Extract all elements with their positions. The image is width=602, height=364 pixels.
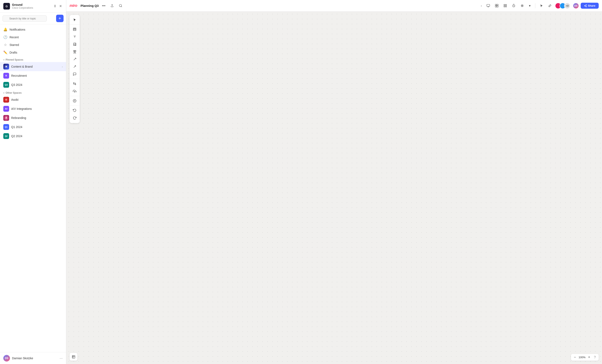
frame-tool-button[interactable] [70, 26, 79, 33]
svg-line-42 [74, 58, 75, 60]
space-item-asobi[interactable]: Asobi [0, 95, 66, 104]
magic-wand-button[interactable] [547, 3, 553, 9]
cards-button[interactable] [493, 3, 500, 9]
search-board-button[interactable] [117, 3, 124, 9]
comment-tool-button[interactable] [70, 71, 79, 78]
select-tool-button[interactable] [70, 16, 79, 23]
search-input[interactable] [2, 15, 47, 22]
svg-rect-13 [504, 4, 505, 5]
svg-line-26 [585, 6, 586, 6]
sticky-note-button[interactable] [70, 41, 79, 48]
chevron-right-icon: › [62, 65, 63, 68]
svg-line-5 [121, 6, 122, 7]
org-text: Ground Cisco Corporations [12, 3, 33, 9]
sidebar-item-starred[interactable]: ☆ Starred [0, 41, 66, 49]
svg-point-4 [119, 4, 121, 7]
shapes-tool-button[interactable] [70, 48, 79, 55]
sidebar-item-label-starred: Starred [10, 43, 19, 47]
redo-button[interactable] [70, 114, 79, 122]
svg-point-23 [586, 5, 587, 5]
miro-logo: miro [70, 3, 77, 8]
sidebar-item-notifications[interactable]: 🔔 Notifications [0, 26, 66, 33]
space-label-q3: Q3 2024 [11, 83, 22, 86]
space-label-recruitment: Recruitment [11, 74, 27, 77]
expand-collapse-button[interactable]: ⇕ [53, 4, 57, 9]
sidebar-item-drafts[interactable]: ✏️ Drafts [0, 49, 66, 56]
sidebar-footer: DS Damian Skotzke ··· [0, 352, 66, 364]
present-button[interactable] [485, 3, 492, 9]
space-label-q1: Q1 2024 [11, 125, 22, 129]
svg-rect-39 [74, 51, 75, 52]
upload-tool-button[interactable] [70, 88, 79, 95]
cursor-tool-button[interactable] [538, 3, 545, 9]
user-more-button[interactable]: ··· [60, 356, 63, 361]
more-options-button[interactable]: ••• [100, 3, 107, 9]
sidebar: G Ground Cisco Corporations ⇕ ✕ 🔍 + 🔔 No… [0, 0, 66, 364]
sidebar-item-label-drafts: Drafts [10, 51, 17, 54]
add-button[interactable]: + [56, 15, 64, 22]
close-sidebar-button[interactable]: ✕ [58, 4, 63, 9]
space-item-av-integrations[interactable]: AV A/V Integrations [0, 104, 66, 113]
zoom-out-button[interactable]: − [573, 355, 577, 360]
space-label-content-brand: Content & Brand [11, 65, 33, 68]
svg-rect-28 [73, 28, 76, 31]
panel-toggle-button[interactable] [70, 353, 77, 361]
mini-view-toggle[interactable] [70, 353, 77, 361]
space-label-asobi: Asobi [11, 98, 18, 101]
share-label: Share [588, 4, 595, 7]
space-item-content-brand[interactable]: Content & Brand › [0, 62, 66, 71]
starred-icon: ☆ [3, 43, 8, 47]
other-spaces-header[interactable]: ▾ Other Spaces [0, 89, 66, 95]
pinned-spaces-label: Pinned Spaces [6, 58, 23, 61]
zoom-in-button[interactable]: + [587, 355, 591, 360]
svg-point-25 [586, 6, 587, 7]
tool-divider-1 [70, 24, 80, 25]
crop-tool-button[interactable] [70, 80, 79, 87]
space-avatar-av: AV [3, 106, 9, 112]
timer-button[interactable] [510, 3, 517, 9]
text-tool-button[interactable] [70, 33, 79, 40]
space-item-q2-2024[interactable]: Q2 Q2 2024 [0, 132, 66, 141]
svg-line-27 [585, 5, 586, 5]
chevron-down-icon: ▾ [3, 59, 4, 61]
tool-divider-3 [70, 96, 80, 96]
svg-rect-9 [495, 4, 496, 5]
svg-marker-41 [74, 52, 76, 53]
org-info[interactable]: G Ground Cisco Corporations [3, 3, 33, 10]
pen-tool-button[interactable] [70, 56, 79, 63]
toolbar-divider [535, 3, 535, 8]
focus-button[interactable] [502, 3, 509, 9]
sidebar-item-label-recent: Recent [10, 36, 19, 39]
user-info[interactable]: DS Damian Skotzke [3, 355, 33, 362]
space-item-q3-2024[interactable]: Q3 Q3 2024 [0, 80, 66, 89]
user-name: Damian Skotzke [12, 357, 33, 360]
collaborators-avatars: +3 [555, 3, 570, 9]
space-label-av: A/V Integrations [11, 107, 32, 110]
pinned-spaces-header[interactable]: ▾ Pinned Spaces [0, 56, 66, 62]
undo-button[interactable] [70, 107, 79, 114]
add-tool-button[interactable] [70, 97, 79, 104]
grid-button[interactable] [519, 3, 526, 9]
space-item-recruitment[interactable]: R Recruitment [0, 71, 66, 80]
space-item-q1-2024[interactable]: Q1 Q1 2024 [0, 123, 66, 132]
nav-back-button[interactable]: › [479, 3, 483, 9]
drafts-icon: ✏️ [3, 51, 8, 54]
canvas-area[interactable]: − 100% + ? [66, 11, 602, 364]
svg-rect-16 [505, 6, 506, 7]
avatar: DS [3, 355, 10, 362]
svg-point-2 [6, 117, 7, 118]
space-avatar-content-brand [3, 64, 9, 70]
arrow-tool-button[interactable] [70, 63, 79, 70]
share-upload-button[interactable] [109, 3, 116, 9]
sidebar-item-recent[interactable]: 🕐 Recent [0, 33, 66, 41]
search-row: 🔍 + [0, 13, 66, 24]
current-user-avatar[interactable]: DS [573, 3, 579, 9]
svg-rect-11 [495, 6, 496, 7]
space-item-rebranding[interactable]: Rebranding [0, 113, 66, 123]
chevron-down-icon-other: ▾ [3, 92, 4, 94]
space-avatar-q2: Q2 [3, 133, 9, 139]
space-avatar-asobi [3, 97, 9, 103]
share-button[interactable]: Share [581, 3, 599, 9]
zoom-help-button[interactable]: ? [593, 355, 597, 360]
chevron-down-toolbar-button[interactable]: ▾ [527, 2, 532, 9]
